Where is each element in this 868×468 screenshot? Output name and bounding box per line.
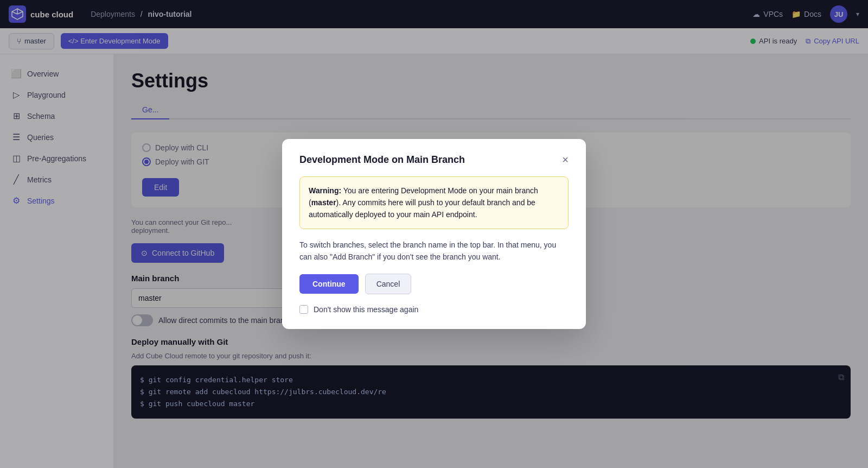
- branch-bold: master: [311, 198, 336, 207]
- warning-box: Warning: You are entering Development Mo…: [299, 176, 569, 229]
- dont-show-label: Don't show this message again: [314, 305, 418, 314]
- dev-mode-modal: Development Mode on Main Branch × Warnin…: [282, 139, 586, 330]
- modal-title: Development Mode on Main Branch: [299, 154, 465, 166]
- dont-show-row[interactable]: Don't show this message again: [299, 305, 569, 314]
- modal-overlay[interactable]: Development Mode on Main Branch × Warnin…: [0, 0, 868, 468]
- modal-actions: Continue Cancel: [299, 274, 569, 294]
- warning-bold-label: Warning:: [309, 186, 341, 195]
- warning-text: You are entering Development Mode on you…: [309, 186, 538, 219]
- modal-header: Development Mode on Main Branch ×: [299, 154, 569, 166]
- dont-show-checkbox[interactable]: [299, 305, 308, 314]
- modal-close-button[interactable]: ×: [562, 154, 569, 165]
- continue-button[interactable]: Continue: [299, 274, 359, 294]
- cancel-button[interactable]: Cancel: [365, 274, 412, 294]
- modal-info-text: To switch branches, select the branch na…: [299, 239, 569, 263]
